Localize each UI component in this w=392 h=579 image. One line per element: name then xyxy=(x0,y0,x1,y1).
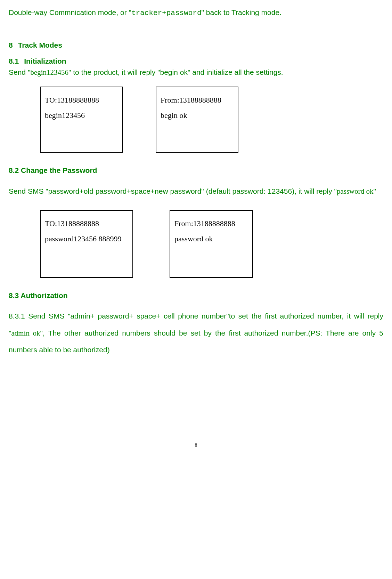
example-row-1: TO:13188888888 begin123456 From:13188888… xyxy=(40,87,383,153)
intro-prefix: Double-way Commnication mode, or " xyxy=(9,8,131,16)
sms-from-header: From:13188888888 xyxy=(161,93,234,108)
section-8-3-para: 8.3.1 Send SMS "admin+ password+ space+ … xyxy=(9,308,383,358)
sms-from-header-2: From:13188888888 xyxy=(174,216,248,231)
section-8-1-number: 8.1 xyxy=(9,57,19,65)
s82-text-b: " xyxy=(374,187,376,195)
sms-to-header: TO:13188888888 xyxy=(45,93,118,108)
sms-from-body-2: password ok xyxy=(174,231,248,247)
section-8-1-title: Initialization xyxy=(24,57,66,65)
sms-box-to-1: TO:13188888888 begin123456 xyxy=(40,87,123,153)
section-8-number: 8 xyxy=(9,41,13,49)
section-8-1-heading: 8.1Initialization xyxy=(9,56,383,67)
sms-to-header-2: TO:13188888888 xyxy=(45,216,128,231)
section-8-2-para: Send SMS "password+old password+space+ne… xyxy=(9,183,383,200)
section-8-3-heading: 8.3 Authorization xyxy=(9,290,383,301)
s83-text-b: ", The other authorized numbers should b… xyxy=(9,329,383,354)
sms-box-to-2: TO:13188888888 password123456 888999 xyxy=(40,210,133,278)
intro-suffix: " back to Tracking mode. xyxy=(202,8,281,16)
intro-para: Double-way Commnication mode, or "tracke… xyxy=(9,7,383,19)
section-8-heading: 8Track Modes xyxy=(9,40,383,51)
s83-heading-text: 8.3 Authorization xyxy=(9,291,68,299)
s82-heading-text: 8.2 Change the Password xyxy=(9,166,97,174)
sms-to-body-2: password123456 888999 xyxy=(45,231,128,247)
s81-code: begin123456 xyxy=(30,68,68,77)
section-8-2-heading: 8.2 Change the Password xyxy=(9,165,383,176)
sms-to-body: begin123456 xyxy=(45,108,118,123)
sms-box-from-1: From:13188888888 begin ok xyxy=(156,87,238,153)
example-row-2: TO:13188888888 password123456 888999 Fro… xyxy=(40,210,383,278)
section-8-1-para: Send "begin123456" to the product, it wi… xyxy=(9,67,383,78)
sms-box-from-2: From:13188888888 password ok xyxy=(170,210,253,278)
s81-text-b: " to the product, it will reply "begin o… xyxy=(68,68,283,76)
section-8-title: Track Modes xyxy=(18,41,62,49)
s81-text-a: Send " xyxy=(9,68,30,76)
s83-code: admin ok xyxy=(11,329,40,337)
s82-code: password ok xyxy=(337,187,374,195)
page-number: 8 xyxy=(9,442,383,449)
intro-code: tracker+password xyxy=(131,9,202,17)
sms-from-body: begin ok xyxy=(161,108,234,123)
s82-text-a: Send SMS "password+old password+space+ne… xyxy=(9,187,337,195)
